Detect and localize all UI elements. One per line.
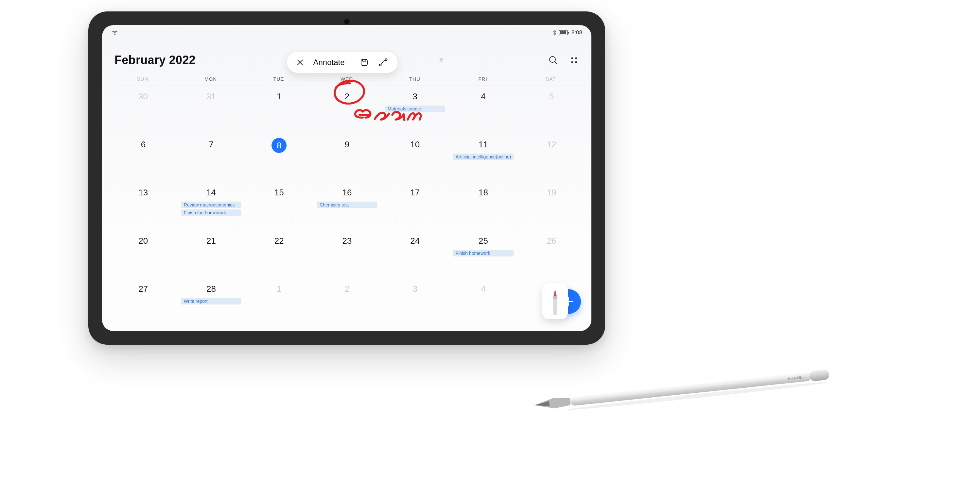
day-header: FRI <box>449 74 517 86</box>
annotate-label: Annotate <box>313 58 344 67</box>
more-button[interactable] <box>568 55 580 66</box>
calendar-cell[interactable]: 16Chemistry test <box>312 182 380 230</box>
day-number: 19 <box>544 186 559 199</box>
calendar-header: February 2022 le Annotate <box>102 37 592 73</box>
calendar-cell[interactable]: 7 <box>177 134 245 182</box>
day-number: 26 <box>544 234 559 247</box>
wifi-icon <box>111 30 118 36</box>
svg-rect-16 <box>809 369 829 382</box>
day-headers: SUNMONTUEWEDTHUFRISAT <box>102 74 592 86</box>
day-number: 3 <box>407 282 423 295</box>
calendar-cell[interactable]: 31 <box>177 86 245 134</box>
day-number: 30 <box>135 90 151 103</box>
day-number: 31 <box>204 90 219 103</box>
calendar-cell[interactable]: 14Review macroeconomicsFinish the homewo… <box>177 182 245 230</box>
calendar-cell[interactable]: 2 <box>312 86 380 134</box>
calendar-cell[interactable]: 17 <box>380 182 449 230</box>
day-header: MON <box>177 74 245 86</box>
annotate-toolbar[interactable]: Annotate <box>287 52 398 73</box>
calendar-event[interactable]: Write report <box>181 298 242 304</box>
calendar-cell[interactable]: 1 <box>244 86 312 134</box>
calendar-grid: 3031123Materials course4567891011Artific… <box>102 86 592 326</box>
calendar-cell[interactable]: 13 <box>108 182 177 230</box>
day-number: 2 <box>339 90 355 103</box>
day-number: 18 <box>475 186 491 199</box>
svg-point-8 <box>571 57 573 59</box>
calendar-cell[interactable]: 2 <box>312 278 380 326</box>
day-number: 27 <box>135 282 151 295</box>
calendar-cell[interactable]: 9 <box>312 134 380 182</box>
calendar-cell[interactable]: 18 <box>449 182 517 230</box>
pen-path-button[interactable] <box>377 57 389 68</box>
svg-rect-14 <box>553 296 557 299</box>
calendar-cell[interactable]: 15 <box>244 182 312 230</box>
svg-point-10 <box>571 61 573 63</box>
calendar-cell[interactable]: 25Finish homework <box>449 230 517 278</box>
status-time: 8:08 <box>571 29 582 36</box>
calendar-cell[interactable]: 5 <box>517 86 585 134</box>
battery-icon <box>559 30 569 35</box>
day-number: 14 <box>204 186 219 199</box>
day-number: 9 <box>339 138 355 151</box>
day-number: 4 <box>475 90 491 103</box>
calendar-cell[interactable]: 21 <box>177 230 245 278</box>
day-number: 15 <box>271 186 287 199</box>
svg-rect-4 <box>363 59 366 62</box>
day-number: 3 <box>407 90 423 103</box>
calendar-cell[interactable]: 4 <box>449 86 517 134</box>
screen: 8:08 February 2022 le Annotate <box>102 25 592 331</box>
calendar-cell[interactable]: 8 <box>244 134 312 182</box>
day-number: 11 <box>475 138 491 151</box>
day-number: 1 <box>271 282 287 295</box>
svg-rect-3 <box>361 59 368 66</box>
calendar-cell[interactable]: 28Write report <box>177 278 245 326</box>
day-number: 7 <box>204 138 219 151</box>
calendar-cell[interactable]: 24 <box>380 230 449 278</box>
day-header: WED <box>313 74 381 86</box>
calendar-cell[interactable]: 12 <box>517 134 585 182</box>
day-number: 23 <box>339 234 355 247</box>
day-header: THU <box>381 74 449 86</box>
day-header: SAT <box>517 74 585 86</box>
day-number: 6 <box>135 138 151 151</box>
calendar-cell[interactable]: 11Artificial intelligence(online) <box>449 134 517 182</box>
day-number: 25 <box>475 234 491 247</box>
calendar-cell[interactable]: 26 <box>517 230 585 278</box>
calendar-event[interactable]: Artificial intelligence(online) <box>453 154 514 160</box>
close-annotate-button[interactable] <box>294 57 306 68</box>
calendar-cell[interactable]: 27 <box>108 278 177 326</box>
calendar-cell[interactable]: 20 <box>108 230 177 278</box>
calendar-event[interactable]: Review macroeconomics <box>181 201 242 208</box>
day-number: 13 <box>135 186 151 199</box>
status-bar: 8:08 <box>102 25 592 37</box>
calendar-event[interactable]: Finish homework <box>453 250 514 257</box>
calendar-cell[interactable]: 3 <box>380 278 449 326</box>
stylus-pen: HUAWEI <box>533 364 834 454</box>
calendar-cell[interactable]: 10 <box>380 134 449 182</box>
fab-area <box>545 285 581 321</box>
day-number: 8 <box>272 138 286 153</box>
day-number: 24 <box>407 234 423 247</box>
calendar-event[interactable]: Finish the homework <box>181 209 242 216</box>
calendar-cell[interactable]: 23 <box>312 230 380 278</box>
calendar-cell[interactable]: 1 <box>244 278 312 326</box>
pen-tool-button[interactable] <box>542 283 568 319</box>
calendar-cell[interactable]: 30 <box>108 86 177 134</box>
calendar-cell[interactable]: 19 <box>517 182 585 230</box>
calendar-event[interactable]: Materials course <box>385 106 445 112</box>
month-title: February 2022 <box>115 53 196 67</box>
day-number: 16 <box>339 186 355 199</box>
calendar-cell[interactable]: 4 <box>449 278 517 326</box>
calendar-cell[interactable]: 6 <box>108 134 177 182</box>
day-header: SUN <box>108 74 177 86</box>
day-number: 4 <box>475 282 491 295</box>
calendar-cell[interactable]: 3Materials course <box>380 86 449 134</box>
save-note-button[interactable] <box>358 57 370 68</box>
day-number: 12 <box>544 138 559 151</box>
calendar-cell[interactable]: 22 <box>244 230 312 278</box>
svg-point-9 <box>575 57 577 59</box>
tablet-frame: 8:08 February 2022 le Annotate <box>88 11 605 345</box>
search-button[interactable] <box>547 55 559 66</box>
calendar-event[interactable]: Chemistry test <box>317 201 377 208</box>
day-number: 22 <box>271 234 287 247</box>
